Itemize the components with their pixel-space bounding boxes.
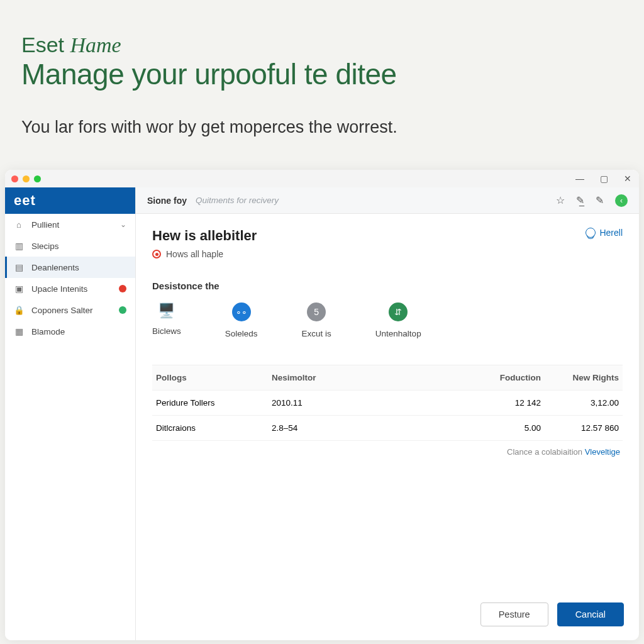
hero-brand: Eset Hame [21, 33, 623, 57]
window-zoom-dot[interactable] [34, 175, 41, 182]
tab-active[interactable]: Sione foy [147, 196, 187, 206]
sidebar-brand: eet [5, 187, 135, 214]
sidebar-item-label: Upacle Intenits [31, 284, 87, 294]
col-header[interactable]: Pollogs [152, 373, 272, 382]
check-circle-icon[interactable]: ‹ [615, 194, 628, 207]
status-badge-ok [119, 306, 126, 314]
lock-icon: 🔒 [14, 305, 24, 315]
cell: 5.00 [459, 423, 541, 433]
sidebar-item-label: Slecips [31, 242, 59, 251]
tile-label: Excut is [302, 329, 331, 338]
table-header-row: Pollogs Nesimoltor Foduction New Rights [152, 365, 623, 391]
table-row[interactable]: Ditlcraions 2.8–54 5.00 12.57 860 [152, 416, 623, 441]
window-traffic-lights [11, 175, 41, 182]
badge-number-icon: 5 [307, 303, 326, 321]
top-link-label: Herell [599, 228, 623, 238]
table-footer: Clance a colabiaition Vleveltige [152, 441, 623, 457]
nodes-icon: ∘∘ [232, 303, 251, 321]
window-minimize-dot[interactable] [23, 175, 30, 182]
sidebar: eet ⌂ Pullient ⌄ ▥ Slecips ▤ Deanlenents… [5, 187, 136, 640]
cell: 12.57 860 [541, 423, 623, 433]
window-maximize-button[interactable]: ▢ [599, 174, 609, 184]
table-footer-text: Clance a colabiaition [507, 447, 585, 457]
secondary-button[interactable]: Pesture [480, 602, 548, 626]
subheading-text: Hows all haple [166, 249, 223, 259]
tile-excut-is[interactable]: 5 Excut is [302, 303, 331, 338]
chevron-down-icon: ⌄ [120, 220, 126, 229]
section-label: Desistonce the [152, 280, 623, 291]
tile-label: Soleleds [225, 329, 258, 338]
sidebar-item-label: Blamode [31, 327, 65, 336]
home-icon: ⌂ [14, 220, 24, 230]
tile-soleleds[interactable]: ∘∘ Soleleds [225, 303, 258, 338]
window-minimize-button[interactable]: — [575, 174, 585, 184]
app-window: — ▢ ✕ eet ⌂ Pullient ⌄ ▥ Slecips ▤ Dean [5, 170, 639, 640]
main-panel: Sione foy Quitments for recivery ☆ ✎̲ ✎ … [136, 187, 639, 640]
sidebar-item-label: Coponers Salter [31, 306, 93, 315]
briefcase-icon: ▣ [14, 284, 24, 294]
panel-icon: ▦ [14, 326, 24, 336]
table-footer-link[interactable]: Vleveltige [585, 447, 620, 457]
tab-secondary[interactable]: Quitments for recivery [196, 196, 279, 205]
document-icon: ▤ [14, 262, 24, 272]
sidebar-item-slecips[interactable]: ▥ Slecips [5, 235, 135, 257]
sidebar-item-upacle-intenits[interactable]: ▣ Upacle Intenits [5, 278, 135, 299]
module-icon: 🖥️ [158, 303, 175, 319]
page-subheading: Hows all haple [152, 249, 257, 259]
cell: 12 142 [459, 398, 541, 408]
hero-brand-main: Eset [21, 33, 64, 57]
dialog-footer: Pesture Cancial [136, 591, 639, 640]
sidebar-item-blamode[interactable]: ▦ Blamode [5, 321, 135, 342]
sidebar-item-pullient[interactable]: ⌂ Pullient ⌄ [5, 214, 135, 235]
star-icon[interactable]: ☆ [556, 194, 565, 206]
hero-brand-sub: Hame [70, 33, 121, 57]
action-tiles: 🖥️ Biclews ∘∘ Soleleds 5 Excut is ⇵ Unte… [152, 303, 623, 338]
cell: Peridure Tollers [152, 398, 272, 408]
sidebar-item-coponers-salter[interactable]: 🔒 Coponers Salter [5, 299, 135, 321]
status-badge-alert [119, 285, 126, 292]
graph-icon[interactable]: ✎̲ [576, 194, 584, 206]
sidebar-item-label: Deanlenents [31, 263, 79, 272]
col-header[interactable]: Foduction [459, 373, 541, 382]
stack-icon: ▥ [14, 241, 24, 251]
page-heading: Hew is allebitler [152, 228, 257, 244]
data-table: Pollogs Nesimoltor Foduction New Rights … [152, 365, 623, 457]
primary-button[interactable]: Cancial [557, 602, 624, 626]
cell: 2010.11 [272, 398, 459, 408]
sidebar-item-deanlenents[interactable]: ▤ Deanlenents [5, 257, 135, 278]
sidebar-nav: ⌂ Pullient ⌄ ▥ Slecips ▤ Deanlenents ▣ U… [5, 214, 135, 342]
window-close-dot[interactable] [11, 175, 18, 182]
cell: Ditlcraions [152, 423, 272, 433]
cell: 2.8–54 [272, 423, 459, 433]
hero-tagline: You lar fors with wor by get moperces th… [21, 118, 623, 137]
window-close-button[interactable]: ✕ [623, 174, 633, 184]
tile-untenhaltop[interactable]: ⇵ Untenhaltop [375, 303, 421, 338]
tile-biclews[interactable]: 🖥️ Biclews [152, 303, 181, 338]
table-row[interactable]: Peridure Tollers 2010.11 12 142 3,12.00 [152, 391, 623, 416]
cell: 3,12.00 [541, 398, 623, 408]
top-link-herell[interactable]: Herell [586, 228, 623, 238]
edit-icon[interactable]: ✎ [596, 194, 604, 206]
arrows-icon: ⇵ [389, 303, 408, 321]
col-header[interactable]: Nesimoltor [272, 373, 459, 382]
target-icon [152, 250, 161, 258]
tabbar: Sione foy Quitments for recivery ☆ ✎̲ ✎ … [136, 187, 639, 214]
col-header[interactable]: New Rights [541, 373, 623, 382]
tile-label: Untenhaltop [375, 329, 421, 338]
tile-label: Biclews [152, 326, 181, 336]
window-titlebar: — ▢ ✕ [5, 170, 639, 187]
sidebar-item-label: Pullient [31, 220, 59, 230]
hero-title: Manage your urpooful te ditee [21, 57, 623, 91]
user-icon [586, 228, 596, 238]
